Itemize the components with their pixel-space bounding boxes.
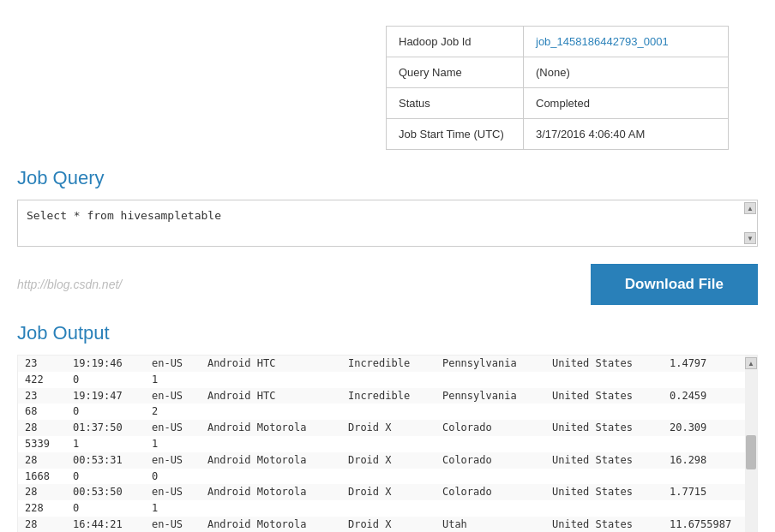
table-cell: Android Motorola (201, 452, 341, 469)
output-scroll-up[interactable]: ▲ (745, 357, 757, 369)
table-cell: 5339 (18, 436, 66, 452)
table-cell: en-US (145, 420, 201, 436)
table-cell: 1.7715 (663, 484, 757, 500)
table-row: 42201 (18, 372, 757, 388)
scroll-down-arrow[interactable]: ▼ (744, 232, 756, 244)
table-cell: 1668 (18, 469, 66, 485)
table-cell (201, 469, 341, 485)
table-row: 2800:53:50en-USAndroid MotorolaDroid XCo… (18, 484, 757, 500)
table-cell: 1 (145, 500, 201, 517)
table-cell (341, 469, 436, 485)
table-row: 2319:19:47en-USAndroid HTCIncrediblePenn… (18, 388, 757, 404)
table-cell: Colorado (436, 484, 545, 500)
scroll-thumb (746, 435, 756, 469)
table-cell: 16:44:21 (66, 517, 145, 532)
table-cell: 28 (18, 420, 66, 436)
table-cell: Android Motorola (201, 517, 341, 532)
table-cell: 23 (18, 388, 66, 404)
table-cell: 0 (145, 469, 201, 485)
table-cell: 16.298 (663, 452, 757, 469)
table-cell: Android HTC (201, 388, 341, 404)
table-cell: Droid X (341, 452, 436, 469)
table-cell: Droid X (341, 484, 436, 500)
label-start-time: Job Start Time (UTC) (387, 119, 524, 150)
table-cell: United States (545, 388, 663, 404)
table-cell: 1.4797 (663, 356, 757, 372)
table-cell: 1 (145, 372, 201, 388)
table-cell: 28 (18, 484, 66, 500)
hadoop-job-link[interactable]: job_1458186442793_0001 (536, 35, 669, 48)
table-cell: United States (545, 420, 663, 436)
table-cell: 28 (18, 517, 66, 532)
table-cell (545, 500, 663, 517)
table-cell: 19:19:46 (66, 356, 145, 372)
table-cell: 422 (18, 372, 66, 388)
table-row: 22801 (18, 500, 757, 517)
table-cell: 1 (66, 436, 145, 452)
table-cell: Android HTC (201, 356, 341, 372)
table-cell (341, 500, 436, 517)
job-output-section: Job Output 2319:19:46en-USAndroid HTCInc… (17, 322, 758, 532)
table-row: 533911 (18, 436, 757, 452)
output-table: 2319:19:46en-USAndroid HTCIncrediblePenn… (18, 356, 757, 532)
table-cell: 228 (18, 500, 66, 517)
value-status: Completed (524, 88, 729, 119)
job-query-title: Job Query (17, 167, 758, 189)
table-cell (201, 500, 341, 517)
table-row-query-name: Query Name (None) (387, 57, 729, 88)
table-cell (545, 372, 663, 388)
table-cell: United States (545, 484, 663, 500)
output-scrollbar[interactable]: ▲ ▼ (745, 356, 757, 532)
table-cell: United States (545, 452, 663, 469)
table-cell: 2 (145, 403, 201, 420)
table-row: 2816:44:21en-USAndroid MotorolaDroid XUt… (18, 517, 757, 532)
output-table-wrapper: 2319:19:46en-USAndroid HTCIncrediblePenn… (17, 355, 758, 532)
table-row-hadoop-job-id: Hadoop Job Id job_1458186442793_0001 (387, 27, 729, 57)
table-cell (436, 372, 545, 388)
table-cell: 0 (66, 469, 145, 485)
table-cell: Pennsylvania (436, 356, 545, 372)
info-table-container: Hadoop Job Id job_1458186442793_0001 Que… (386, 26, 758, 150)
table-cell: 0 (66, 500, 145, 517)
table-cell: Pennsylvania (436, 388, 545, 404)
table-cell: en-US (145, 388, 201, 404)
table-row: 2800:53:31en-USAndroid MotorolaDroid XCo… (18, 452, 757, 469)
table-cell (341, 436, 436, 452)
table-cell (545, 436, 663, 452)
table-cell: 0 (66, 403, 145, 420)
download-file-button[interactable]: Download File (591, 264, 758, 305)
table-cell: Android Motorola (201, 420, 341, 436)
table-cell: 01:37:50 (66, 420, 145, 436)
value-start-time: 3/17/2016 4:06:40 AM (524, 119, 729, 150)
table-cell: Incredible (341, 356, 436, 372)
table-cell: 0 (66, 372, 145, 388)
label-status: Status (387, 88, 524, 119)
query-box-container: ▲ ▼ (17, 200, 758, 247)
table-cell: 19:19:47 (66, 388, 145, 404)
label-hadoop-job-id: Hadoop Job Id (387, 27, 524, 57)
table-cell: Colorado (436, 452, 545, 469)
table-row: 6802 (18, 403, 757, 420)
table-cell (545, 469, 663, 485)
table-cell (436, 500, 545, 517)
table-row: 2319:19:46en-USAndroid HTCIncrediblePenn… (18, 356, 757, 372)
table-cell (663, 469, 757, 485)
value-query-name: (None) (524, 57, 729, 88)
table-cell (663, 403, 757, 420)
scroll-up-arrow[interactable]: ▲ (744, 202, 756, 214)
download-row: http://blog.csdn.net/ Download File (17, 264, 758, 305)
table-cell (436, 469, 545, 485)
info-table: Hadoop Job Id job_1458186442793_0001 Que… (386, 26, 729, 150)
table-cell (545, 403, 663, 420)
table-cell: en-US (145, 517, 201, 532)
table-cell: Droid X (341, 517, 436, 532)
table-cell (663, 436, 757, 452)
table-cell: 68 (18, 403, 66, 420)
table-cell: en-US (145, 484, 201, 500)
value-hadoop-job-id: job_1458186442793_0001 (524, 27, 729, 57)
table-cell: 23 (18, 356, 66, 372)
query-input[interactable] (18, 200, 757, 243)
table-cell: United States (545, 356, 663, 372)
table-cell (341, 372, 436, 388)
table-cell: 11.6755987 (663, 517, 757, 532)
